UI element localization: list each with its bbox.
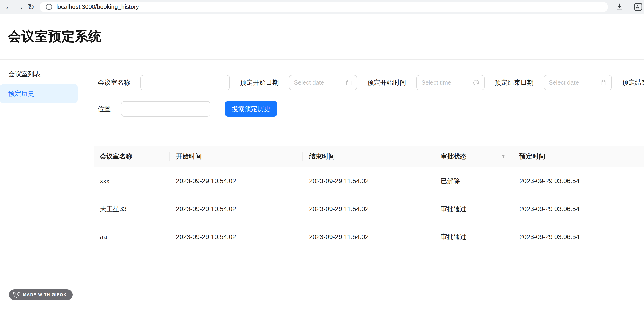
table-header-row: 会议室名称 开始时间 结束时间 审批状态 预定时间 [94,146,644,167]
column-header-room-name: 会议室名称 [94,146,170,167]
cell-start-time: 2023-09-29 10:54:02 [170,195,303,223]
cell-room-name: 天王星33 [94,195,170,223]
gifox-badge[interactable]: MADE WITH GIFOX [9,289,72,300]
cell-end-time: 2023-09-29 11:54:02 [303,223,434,251]
calendar-icon [346,79,352,86]
content-area: 会议室名称 预定开始日期 Select date 预定开始时间 Select t… [80,60,644,309]
filter-row-1: 会议室名称 预定开始日期 Select date 预定开始时间 Select t… [98,75,644,90]
install-download-icon[interactable] [615,3,624,11]
room-name-input[interactable] [140,75,230,90]
chrome-toolbar-right [614,0,640,14]
clock-icon [473,79,480,86]
table-row[interactable]: 天王星33 2023-09-29 10:54:02 2023-09-29 11:… [94,195,644,223]
cell-booking-time: 2023-09-29 03:06:54 [513,223,644,251]
table-row[interactable]: xxx 2023-09-29 10:54:02 2023-09-29 11:54… [94,167,644,195]
cell-room-name: aa [94,223,170,251]
forward-icon[interactable]: → [14,1,26,12]
extension-icon[interactable] [634,3,643,11]
end-date-label: 预定结束日期 [495,78,534,87]
sidebar: 会议室列表 预定历史 [0,60,80,309]
cell-approval-status: 已解除 [434,167,513,195]
start-time-label: 预定开始时间 [367,78,406,87]
column-header-booking-time: 预定时间 [513,146,644,167]
cell-approval-status: 审批通过 [434,223,513,251]
search-filters: 会议室名称 预定开始日期 Select date 预定开始时间 Select t… [98,75,644,117]
booking-history-table: 会议室名称 开始时间 结束时间 审批状态 预定时间 [94,146,644,251]
gifox-badge-label: MADE WITH GIFOX [23,292,66,297]
url-text: localhost:3000/booking_history [56,3,139,10]
end-date-picker[interactable]: Select date [544,75,612,90]
sidebar-item-label: 预定历史 [8,89,34,98]
url-bar[interactable]: localhost:3000/booking_history [40,1,608,12]
start-date-placeholder: Select date [294,79,324,86]
start-date-label: 预定开始日期 [240,78,279,87]
end-date-placeholder: Select date [549,79,579,86]
location-label: 位置 [98,105,111,113]
start-time-placeholder: Select time [422,79,451,86]
filter-funnel-icon[interactable] [500,153,506,159]
fox-icon [13,292,20,298]
cell-end-time: 2023-09-29 11:54:02 [303,195,434,223]
browser-chrome: ← → ↻ localhost:3000/booking_history [0,0,644,14]
filter-row-2: 位置 搜索预定历史 [98,101,644,117]
room-name-label: 会议室名称 [98,78,130,87]
sidebar-item-room-list[interactable]: 会议室列表 [0,65,78,84]
location-input[interactable] [121,101,210,117]
column-header-approval-status: 审批状态 [434,146,513,167]
cell-end-time: 2023-09-29 11:54:02 [303,167,434,195]
calendar-icon [600,79,607,86]
sidebar-item-label: 会议室列表 [8,70,41,78]
search-history-button[interactable]: 搜索预定历史 [225,101,278,117]
table-row[interactable]: aa 2023-09-29 10:54:02 2023-09-29 11:54:… [94,223,644,251]
column-header-start-time: 开始时间 [170,146,303,167]
cell-booking-time: 2023-09-29 03:06:54 [513,195,644,223]
cell-room-name: xxx [94,167,170,195]
column-header-end-time: 结束时间 [303,146,434,167]
back-icon[interactable]: ← [3,1,14,12]
page-title: 会议室预定系统 [8,28,102,45]
site-info-icon[interactable] [45,3,53,11]
cell-approval-status: 审批通过 [434,195,513,223]
cell-start-time: 2023-09-29 10:54:02 [170,167,303,195]
page-header: 会议室预定系统 [0,14,644,60]
start-date-picker[interactable]: Select date [289,75,357,90]
end-time-label: 预定结束时间 [622,78,644,87]
main-layout: 会议室列表 预定历史 会议室名称 预定开始日期 Select date 预定开始… [0,60,644,309]
cell-booking-time: 2023-09-29 03:06:54 [513,167,644,195]
start-time-picker[interactable]: Select time [416,75,484,90]
sidebar-item-booking-history[interactable]: 预定历史 [0,84,78,103]
cell-start-time: 2023-09-29 10:54:02 [170,223,303,251]
reload-icon[interactable]: ↻ [26,1,36,12]
